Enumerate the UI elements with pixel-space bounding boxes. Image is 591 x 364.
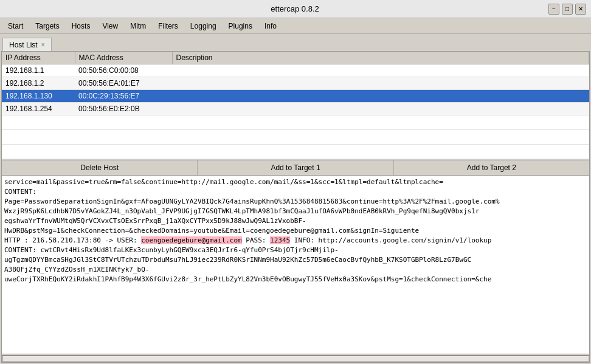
main-content: IP Address MAC Address Description 192.1… bbox=[1, 51, 590, 363]
cell-ip: 192.168.1.1 bbox=[2, 64, 75, 77]
table-row[interactable]: 192.168.1.100:50:56:C0:00:08 bbox=[2, 64, 589, 77]
table-row-empty bbox=[2, 115, 589, 130]
host-list-tab[interactable]: Host List × bbox=[2, 38, 52, 51]
button-row: Delete Host Add to Target 1 Add to Targe… bbox=[2, 160, 589, 176]
log-line: CONTENT: cwtCRvt4HisRx9Ud8lfaLKEx3cunbyL… bbox=[4, 246, 587, 255]
tab-close-button[interactable]: × bbox=[41, 41, 45, 48]
menu-item-info[interactable]: Info bbox=[259, 20, 282, 32]
cell-ip: 192.168.1.2 bbox=[2, 77, 75, 90]
log-line: ugTgzmQDYYBmcaSHgJGl3StC8TVrUTchzuTDrbdu… bbox=[4, 255, 587, 265]
table-row[interactable]: 192.168.1.13000:0C:29:13:56:E7 bbox=[2, 90, 589, 103]
highlight-pass: 12345 bbox=[270, 236, 290, 244]
cell-mac: 00:50:56:E0:E2:0B bbox=[75, 103, 172, 115]
log-text: HTTP : 216.58.210.173:80 -> USER: bbox=[4, 236, 141, 244]
minimize-button[interactable]: − bbox=[548, 4, 559, 15]
tab-label: Host List bbox=[9, 41, 38, 49]
menu-item-start[interactable]: Start bbox=[2, 20, 29, 32]
log-line: CONTENT: bbox=[4, 187, 587, 197]
log-line: service=mail&passive=true&rm=false&conti… bbox=[4, 177, 587, 187]
table-row[interactable]: 192.168.1.200:50:56:EA:01:E7 bbox=[2, 77, 589, 90]
add-target2-button[interactable]: Add to Target 2 bbox=[394, 160, 589, 175]
log-line: egshwaYrTfnvWUMtqW5QrVCXvxCTsOExSrrPxqB_… bbox=[4, 216, 587, 226]
col-mac: MAC Address bbox=[75, 52, 172, 64]
window-controls: − □ ✕ bbox=[548, 4, 586, 15]
tab-bar: Host List × bbox=[0, 34, 591, 51]
menu-item-logging[interactable]: Logging bbox=[185, 20, 222, 32]
cell-desc bbox=[172, 103, 589, 115]
menu-item-plugins[interactable]: Plugins bbox=[223, 20, 258, 32]
log-area[interactable]: service=mail&passive=true&rm=false&conti… bbox=[2, 176, 589, 354]
log-line: HTTP : 216.58.210.173:80 -> USER: coengo… bbox=[4, 236, 587, 246]
table-row[interactable]: 192.168.1.25400:50:56:E0:E2:0B bbox=[2, 103, 589, 115]
table-row-empty bbox=[2, 130, 589, 145]
log-line: A38QFjZfq_CYYzdZOssH_m1XEINKfyk7_bQ- bbox=[4, 265, 587, 275]
host-table-wrapper: IP Address MAC Address Description 192.1… bbox=[2, 52, 589, 160]
horizontal-scrollbar-track[interactable] bbox=[2, 355, 589, 362]
table-header-row: IP Address MAC Address Description bbox=[2, 52, 589, 64]
log-line: Page=PasswordSeparationSignIn&gxf=AFoagU… bbox=[4, 197, 587, 207]
log-line: uweCorjTXRhEQoKY2iRdakhI1PAhfB9p4W3X6fGU… bbox=[4, 275, 587, 284]
cell-mac: 00:0C:29:13:56:E7 bbox=[75, 90, 172, 103]
cell-mac: 00:50:56:EA:01:E7 bbox=[75, 77, 172, 90]
menu-item-hosts[interactable]: Hosts bbox=[66, 20, 96, 32]
menu-item-targets[interactable]: Targets bbox=[30, 20, 64, 32]
menu-bar: StartTargetsHostsViewMitmFiltersLoggingP… bbox=[0, 18, 591, 34]
add-target1-button[interactable]: Add to Target 1 bbox=[198, 160, 393, 175]
menu-item-view[interactable]: View bbox=[97, 20, 123, 32]
col-ip: IP Address bbox=[2, 52, 75, 64]
cell-desc bbox=[172, 64, 589, 77]
window-title: ettercap 0.8.2 bbox=[41, 4, 548, 13]
log-text: PASS: bbox=[242, 236, 270, 244]
delete-host-button[interactable]: Delete Host bbox=[2, 160, 198, 175]
menu-item-filters[interactable]: Filters bbox=[153, 20, 184, 32]
log-line: WxzjR9SpK6LcdhbN7D5vYAGokZJ4L_n3OpVabl_J… bbox=[4, 207, 587, 216]
menu-item-mitm[interactable]: Mitm bbox=[125, 20, 151, 32]
cell-ip: 192.168.1.254 bbox=[2, 103, 75, 115]
cell-mac: 00:50:56:C0:00:08 bbox=[75, 64, 172, 77]
title-bar: ettercap 0.8.2 − □ ✕ bbox=[0, 0, 591, 18]
bottom-scrollbar[interactable] bbox=[2, 354, 589, 362]
log-line: HwDRB&pstMsg=1&checkConnection=&checkedD… bbox=[4, 226, 587, 236]
table-row-empty bbox=[2, 145, 589, 159]
maximize-button[interactable]: □ bbox=[562, 4, 573, 15]
cell-ip: 192.168.1.130 bbox=[2, 90, 75, 103]
cell-desc bbox=[172, 77, 589, 90]
log-text: INFO: http://accounts.google.com/signin/… bbox=[290, 236, 491, 244]
col-desc: Description bbox=[172, 52, 589, 64]
highlight-email: coengoedegebure@gmail.com bbox=[141, 236, 242, 244]
close-button[interactable]: ✕ bbox=[575, 4, 586, 15]
host-table-body: 192.168.1.100:50:56:C0:00:08192.168.1.20… bbox=[2, 64, 589, 159]
host-table: IP Address MAC Address Description 192.1… bbox=[2, 52, 589, 159]
cell-desc bbox=[172, 90, 589, 103]
